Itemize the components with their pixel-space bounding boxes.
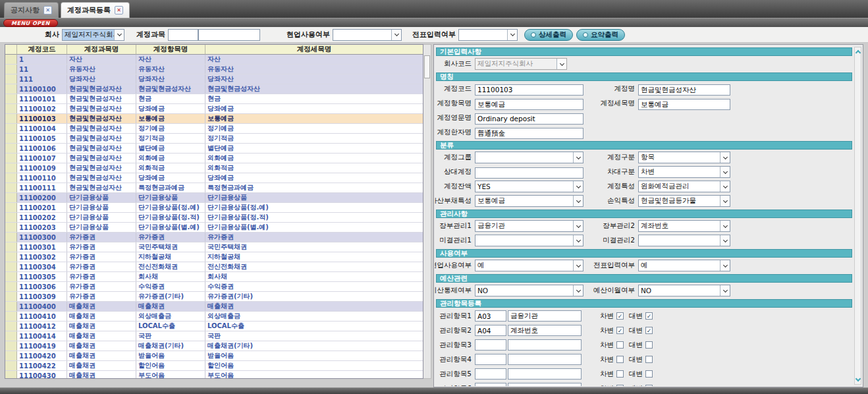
- account-attribute-select[interactable]: 원화예적금관리: [638, 181, 730, 192]
- grid-row[interactable]: 11100111현금및현금성자산특정현금과예금특정현금과예금: [5, 183, 423, 193]
- mgmt-item1-code-input[interactable]: [475, 310, 506, 322]
- grid-row[interactable]: 11100104현금및현금성자산정기예금정기예금: [5, 124, 423, 134]
- grid-row[interactable]: 11100430매출채권부도어음부도어음: [5, 371, 423, 379]
- mgmt-item5-credit-checkbox[interactable]: [645, 370, 653, 378]
- account-english-name-input[interactable]: [475, 113, 583, 125]
- account-item-name-input[interactable]: [475, 99, 583, 110]
- account-hanja-name-input[interactable]: [475, 128, 583, 139]
- mgmt-item6-name-input[interactable]: [508, 383, 582, 386]
- menu-open-button[interactable]: MENU OPEN: [3, 19, 58, 27]
- slip-input-filter-select[interactable]: [458, 29, 518, 41]
- grid-row[interactable]: 11유동자산유동자산유동자산: [5, 65, 423, 74]
- asset-liability-attribute-select[interactable]: 보통예금: [475, 195, 583, 207]
- debit-credit-class-select[interactable]: 차변: [638, 166, 730, 178]
- pending-mgmt2-select[interactable]: [638, 235, 730, 246]
- grid-row[interactable]: 11100306유가증권수익증권수익증권: [5, 282, 423, 292]
- mgmt-item2-name-input[interactable]: [508, 325, 582, 336]
- company-select[interactable]: 제일저지주식회사: [62, 29, 124, 41]
- mgmt-item3-debit-checkbox[interactable]: [616, 341, 624, 349]
- grid-row[interactable]: 11100305유가증권회사채회사채: [5, 272, 423, 282]
- mgmt-item2-credit-checkbox[interactable]: ✓: [645, 327, 653, 334]
- grid-row[interactable]: 11100200단기금융상품단기금융상품단기금융상품: [5, 193, 423, 203]
- grid-row[interactable]: 11100309유가증권유가증권(기타)유가증권(기타): [5, 292, 423, 302]
- mgmt-item2-debit-checkbox[interactable]: ✓: [616, 327, 624, 334]
- grid-row[interactable]: 11100102현금및현금성자산당좌예금당좌예금: [5, 104, 423, 114]
- mgmt-item6-code-input[interactable]: [475, 383, 506, 386]
- grid-row[interactable]: 11100105현금및현금성자산정기적금정기적금: [5, 134, 423, 144]
- mgmt-item3-credit-checkbox[interactable]: [645, 341, 653, 349]
- ledger-mgmt1-select[interactable]: 금융기관: [475, 220, 583, 232]
- grid-cell: 수익증권: [136, 282, 205, 291]
- mgmt-item1-credit-checkbox[interactable]: ✓: [645, 312, 653, 320]
- grid-row[interactable]: 11100202단기금융상품단기금융상품(정.적)단기금융상품(정.적): [5, 213, 423, 223]
- mgmt-item4-credit-checkbox[interactable]: [645, 356, 653, 363]
- grid-row[interactable]: 11100420매출채권받을어음받을어음: [5, 351, 423, 361]
- mgmt-item5-name-input[interactable]: [508, 368, 582, 380]
- grid-row[interactable]: 11100414매출채권국판국판: [5, 331, 423, 341]
- tab-account-register[interactable]: 계정과목등록 ✕: [61, 2, 130, 18]
- mgmt-item1-debit-checkbox[interactable]: ✓: [616, 312, 624, 320]
- grid-row[interactable]: 11100304유가증권전신전화채권전신전화채권: [5, 262, 423, 272]
- summary-print-button[interactable]: 요약출력: [576, 29, 625, 41]
- grid-scrollbar[interactable]: [423, 44, 431, 379]
- profit-loss-attribute-select[interactable]: 현금및현금등가물: [638, 195, 730, 207]
- close-icon[interactable]: ✕: [43, 6, 52, 14]
- grid-scrollbar-thumb[interactable]: [424, 55, 430, 78]
- grid-row[interactable]: 11100107현금및현금성자산외화예금외화예금: [5, 154, 423, 163]
- account-name-input[interactable]: [638, 84, 730, 96]
- account-class-select[interactable]: 항목: [638, 152, 730, 163]
- mgmt-item4-debit-checkbox[interactable]: [616, 356, 624, 363]
- pending-mgmt1-select[interactable]: [475, 235, 583, 246]
- account-group-select[interactable]: [475, 152, 583, 163]
- grid-row[interactable]: 11100300유가증권유가증권유가증권: [5, 233, 423, 242]
- grid-row-indicator: [5, 114, 17, 123]
- ledger-mgmt2-select[interactable]: 계좌번호: [638, 220, 730, 232]
- grid-row[interactable]: 11100203단기금융상품단기금융상품(별.예)단기금융상품(별.예): [5, 223, 423, 233]
- account-code-input[interactable]: [475, 84, 583, 96]
- grid-row[interactable]: 11100101현금및현금성자산현금현금: [5, 94, 423, 104]
- mgmt-item6-debit-checkbox[interactable]: [616, 385, 624, 386]
- field-use-select[interactable]: 예: [475, 260, 583, 271]
- mgmt-item6-credit-checkbox[interactable]: [645, 385, 653, 386]
- panel-scrollbar[interactable]: [854, 47, 861, 385]
- detail-print-button[interactable]: 상세출력: [524, 29, 573, 41]
- budget-control-select[interactable]: NO: [475, 285, 583, 296]
- account-name-search-input[interactable]: [198, 29, 260, 41]
- close-icon[interactable]: ✕: [115, 6, 123, 14]
- slip-input-select[interactable]: 예: [638, 260, 730, 271]
- mgmt-item1-name-input[interactable]: [508, 310, 582, 322]
- mgmt-item4-code-input[interactable]: [475, 354, 506, 365]
- grid-row[interactable]: 11100100현금및현금성자산현금및현금성자산현금및현금성자산: [5, 84, 423, 94]
- grid-row[interactable]: 11100109현금및현금성자산외화적금외화적금: [5, 163, 423, 173]
- account-code-search-input[interactable]: [168, 29, 198, 41]
- counter-account-input[interactable]: [475, 167, 583, 179]
- mgmt-item5-debit-checkbox[interactable]: [616, 370, 624, 378]
- tab-notice[interactable]: 공지사항 ✕: [4, 2, 59, 18]
- account-detail-name-input[interactable]: [638, 99, 730, 110]
- budget-carryover-select[interactable]: NO: [638, 285, 730, 296]
- mgmt-item3-name-input[interactable]: [508, 339, 582, 351]
- chevron-up-icon[interactable]: [855, 50, 860, 55]
- grid-row[interactable]: 11100410매출채권외상매출금외상매출금: [5, 312, 423, 322]
- chevron-down-icon[interactable]: [855, 376, 860, 381]
- chevron-down-icon: [391, 30, 401, 40]
- mgmt-item2-code-input[interactable]: [475, 325, 506, 336]
- grid-row[interactable]: 11100106현금및현금성자산별단예금별단예금: [5, 144, 423, 154]
- grid-row[interactable]: 11100400매출채권매출채권매출채권: [5, 302, 423, 312]
- grid-row[interactable]: 11100103현금및현금성자산보통예금보통예금: [5, 114, 423, 124]
- mgmt-item4-name-input[interactable]: [508, 354, 582, 365]
- grid-row[interactable]: 1자산자산자산: [5, 55, 423, 65]
- field-use-filter-select[interactable]: [333, 29, 402, 41]
- mgmt-item3-code-input[interactable]: [475, 339, 506, 351]
- grid-row[interactable]: 11100422매출채권할인어음할인어음: [5, 361, 423, 371]
- mgmt-item5-code-input[interactable]: [475, 368, 506, 380]
- grid-row[interactable]: 11100412매출채권LOCAL수출LOCAL수출: [5, 322, 423, 331]
- grid-row[interactable]: 11100201단기금융상품단기금융상품(정.예)단기금융상품(정.예): [5, 203, 423, 213]
- grid-row[interactable]: 11100302유가증권지하철공채지하철공채: [5, 252, 423, 262]
- grid-cell: 외상매출금: [205, 312, 423, 321]
- account-balance-select[interactable]: YES: [475, 181, 583, 192]
- grid-row[interactable]: 11100419매출채권매출채권(기타)매출채권(기타): [5, 341, 423, 351]
- grid-row[interactable]: 111당좌자산당좌자산당좌자산: [5, 74, 423, 84]
- grid-row[interactable]: 11100301유가증권국민주택채권국민주택채권: [5, 242, 423, 252]
- grid-row[interactable]: 11100110현금및현금성자산당좌예금당좌예금: [5, 173, 423, 183]
